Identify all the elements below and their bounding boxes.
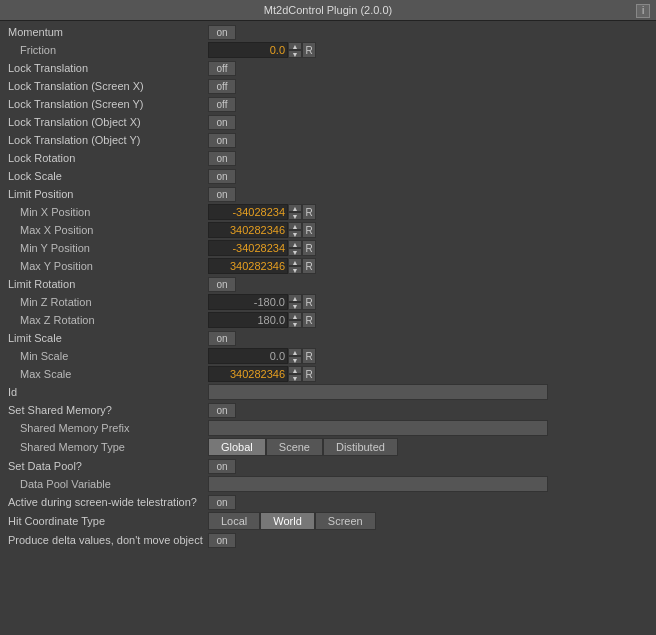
- number-input-maxYPosition[interactable]: [208, 258, 288, 274]
- spinner-down-minYPosition[interactable]: ▼: [288, 248, 302, 256]
- row-produceDelta: Produce delta values, don't move objecto…: [4, 531, 652, 549]
- controls-minScale: ▲▼R: [208, 348, 316, 364]
- spinner-up-minYPosition[interactable]: ▲: [288, 240, 302, 248]
- toggle-lockTranslationScreenX[interactable]: off: [208, 79, 236, 94]
- controls-minXPosition: ▲▼R: [208, 204, 316, 220]
- toggle-produceDelta[interactable]: on: [208, 533, 236, 548]
- toggle-lockScale[interactable]: on: [208, 169, 236, 184]
- controls-maxYPosition: ▲▼R: [208, 258, 316, 274]
- reset-btn-minZRotation[interactable]: R: [302, 294, 316, 310]
- row-friction: Friction▲▼R: [4, 41, 652, 59]
- toggle-setSharedMemory[interactable]: on: [208, 403, 236, 418]
- number-input-maxScale[interactable]: [208, 366, 288, 382]
- text-field-dataPoolVariable[interactable]: [208, 476, 548, 492]
- label-setSharedMemory: Set Shared Memory?: [4, 404, 204, 416]
- controls-maxZRotation: ▲▼R: [208, 312, 316, 328]
- spinner-down-minScale[interactable]: ▼: [288, 356, 302, 364]
- label-id: Id: [4, 386, 204, 398]
- number-input-minScale[interactable]: [208, 348, 288, 364]
- spinner-minYPosition: ▲▼: [288, 240, 302, 256]
- info-icon[interactable]: i: [636, 4, 650, 18]
- label-sharedMemoryType: Shared Memory Type: [4, 441, 204, 453]
- spinner-down-minZRotation[interactable]: ▼: [288, 302, 302, 310]
- controls-maxXPosition: ▲▼R: [208, 222, 316, 238]
- number-input-friction[interactable]: [208, 42, 288, 58]
- spinner-maxYPosition: ▲▼: [288, 258, 302, 274]
- row-maxXPosition: Max X Position▲▼R: [4, 221, 652, 239]
- label-hitCoordinateType: Hit Coordinate Type: [4, 515, 204, 527]
- spinner-down-minXPosition[interactable]: ▼: [288, 212, 302, 220]
- controls-setDataPool: on: [208, 459, 236, 474]
- reset-btn-maxXPosition[interactable]: R: [302, 222, 316, 238]
- toggle-limitRotation[interactable]: on: [208, 277, 236, 292]
- toggle-lockTranslationObjectX[interactable]: on: [208, 115, 236, 130]
- tab-hitCoordinateType-1[interactable]: World: [260, 512, 315, 530]
- spinner-down-maxZRotation[interactable]: ▼: [288, 320, 302, 328]
- spinner-up-maxZRotation[interactable]: ▲: [288, 312, 302, 320]
- controls-minYPosition: ▲▼R: [208, 240, 316, 256]
- row-minZRotation: Min Z Rotation▲▼R: [4, 293, 652, 311]
- spinner-up-maxYPosition[interactable]: ▲: [288, 258, 302, 266]
- tab-hitCoordinateType-0[interactable]: Local: [208, 512, 260, 530]
- spinner-down-maxScale[interactable]: ▼: [288, 374, 302, 382]
- label-maxZRotation: Max Z Rotation: [4, 314, 204, 326]
- tab-sharedMemoryType-2[interactable]: Distibuted: [323, 438, 398, 456]
- spinner-down-friction[interactable]: ▼: [288, 50, 302, 58]
- row-maxYPosition: Max Y Position▲▼R: [4, 257, 652, 275]
- text-field-id[interactable]: [208, 384, 548, 400]
- label-dataPoolVariable: Data Pool Variable: [4, 478, 204, 490]
- controls-friction: ▲▼R: [208, 42, 316, 58]
- controls-sharedMemoryPrefix: [208, 420, 548, 436]
- toggle-limitScale[interactable]: on: [208, 331, 236, 346]
- number-input-minZRotation[interactable]: [208, 294, 288, 310]
- row-minYPosition: Min Y Position▲▼R: [4, 239, 652, 257]
- text-field-sharedMemoryPrefix[interactable]: [208, 420, 548, 436]
- row-lockTranslationScreenY: Lock Translation (Screen Y)off: [4, 95, 652, 113]
- controls-id: [208, 384, 548, 400]
- reset-btn-minXPosition[interactable]: R: [302, 204, 316, 220]
- row-limitRotation: Limit Rotationon: [4, 275, 652, 293]
- number-input-maxZRotation[interactable]: [208, 312, 288, 328]
- row-limitScale: Limit Scaleon: [4, 329, 652, 347]
- toggle-activeScreenTelestration[interactable]: on: [208, 495, 236, 510]
- toggle-lockTranslationObjectY[interactable]: on: [208, 133, 236, 148]
- toggle-momentum[interactable]: on: [208, 25, 236, 40]
- controls-hitCoordinateType: LocalWorldScreen: [208, 512, 376, 530]
- row-sharedMemoryType: Shared Memory TypeGlobalSceneDistibuted: [4, 437, 652, 457]
- controls-lockRotation: on: [208, 151, 236, 166]
- reset-btn-friction[interactable]: R: [302, 42, 316, 58]
- controls-activeScreenTelestration: on: [208, 495, 236, 510]
- number-input-maxXPosition[interactable]: [208, 222, 288, 238]
- controls-limitRotation: on: [208, 277, 236, 292]
- row-lockTranslation: Lock Translationoff: [4, 59, 652, 77]
- spinner-minXPosition: ▲▼: [288, 204, 302, 220]
- toggle-lockRotation[interactable]: on: [208, 151, 236, 166]
- controls-lockTranslationScreenX: off: [208, 79, 236, 94]
- spinner-friction: ▲▼: [288, 42, 302, 58]
- toggle-lockTranslation[interactable]: off: [208, 61, 236, 76]
- row-dataPoolVariable: Data Pool Variable: [4, 475, 652, 493]
- spinner-down-maxYPosition[interactable]: ▼: [288, 266, 302, 274]
- spinner-up-minScale[interactable]: ▲: [288, 348, 302, 356]
- number-input-minXPosition[interactable]: [208, 204, 288, 220]
- tab-hitCoordinateType-2[interactable]: Screen: [315, 512, 376, 530]
- reset-btn-minYPosition[interactable]: R: [302, 240, 316, 256]
- toggle-setDataPool[interactable]: on: [208, 459, 236, 474]
- reset-btn-maxYPosition[interactable]: R: [302, 258, 316, 274]
- title-bar: Mt2dControl Plugin (2.0.0) i: [0, 0, 656, 21]
- tab-sharedMemoryType-0[interactable]: Global: [208, 438, 266, 456]
- spinner-up-maxXPosition[interactable]: ▲: [288, 222, 302, 230]
- reset-btn-minScale[interactable]: R: [302, 348, 316, 364]
- reset-btn-maxZRotation[interactable]: R: [302, 312, 316, 328]
- toggle-lockTranslationScreenY[interactable]: off: [208, 97, 236, 112]
- spinner-up-minZRotation[interactable]: ▲: [288, 294, 302, 302]
- reset-btn-maxScale[interactable]: R: [302, 366, 316, 382]
- label-activeScreenTelestration: Active during screen-wide telestration?: [4, 496, 204, 508]
- spinner-down-maxXPosition[interactable]: ▼: [288, 230, 302, 238]
- spinner-up-minXPosition[interactable]: ▲: [288, 204, 302, 212]
- number-input-minYPosition[interactable]: [208, 240, 288, 256]
- spinner-up-friction[interactable]: ▲: [288, 42, 302, 50]
- spinner-up-maxScale[interactable]: ▲: [288, 366, 302, 374]
- toggle-limitPosition[interactable]: on: [208, 187, 236, 202]
- tab-sharedMemoryType-1[interactable]: Scene: [266, 438, 323, 456]
